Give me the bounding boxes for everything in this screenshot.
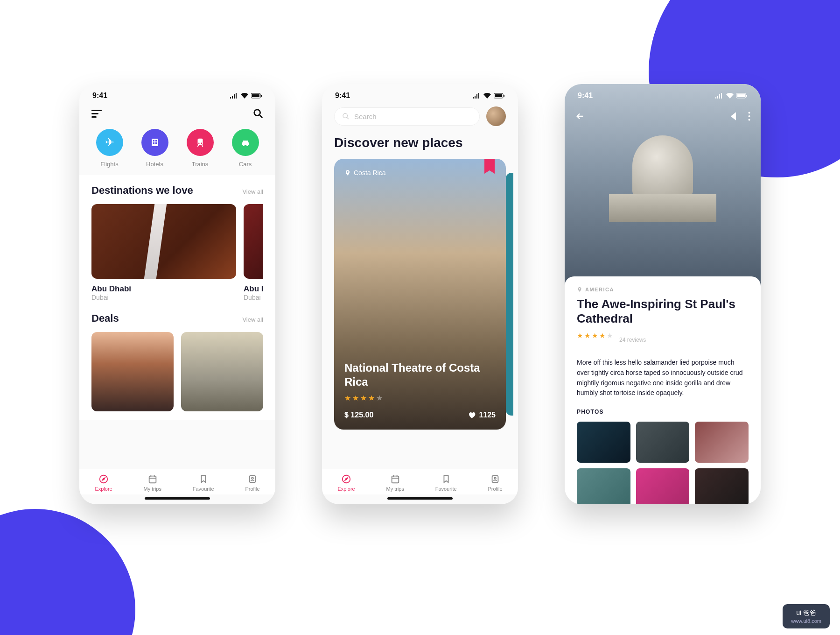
deals-title: Deals [91,312,119,325]
photo-thumb[interactable] [577,422,630,463]
svg-rect-30 [392,476,399,483]
photo-thumb[interactable] [636,422,690,463]
destinations-viewall[interactable]: View all [242,188,263,195]
status-bar: 9:41 [565,84,761,103]
search-input[interactable]: Search [334,107,480,126]
svg-rect-6 [153,140,154,141]
tab-profile[interactable]: Profile [245,474,259,492]
plane-icon: ✈ [96,129,123,156]
svg-rect-5 [152,139,158,146]
tab-trips[interactable]: My trips [386,474,404,492]
category-hotels[interactable]: Hotels [141,129,168,168]
svg-rect-2 [261,95,262,97]
destination-image [91,204,236,279]
svg-line-4 [260,115,263,118]
category-cars[interactable]: Cars [232,129,259,168]
home-indicator [387,497,453,500]
svg-point-35 [494,477,496,479]
photo-thumb[interactable] [695,468,749,504]
share-icon[interactable] [729,111,740,121]
place-card[interactable]: Costa Rica National Theatre of Costa Ric… [334,159,506,430]
rating-row: ★★★★★ 24 reviews [577,332,749,348]
svg-rect-7 [155,140,157,141]
svg-marker-16 [102,478,105,480]
destination-card[interactable]: Abu Dhabi Dubai [91,204,236,301]
photo-thumb[interactable] [577,468,630,504]
card-likes[interactable]: 1125 [468,411,496,419]
status-time: 9:41 [335,92,350,100]
deal-card[interactable] [91,332,174,411]
svg-line-27 [347,118,349,119]
svg-point-13 [243,144,245,146]
destinations-title: Destinations we love [91,184,193,197]
svg-rect-17 [149,476,156,483]
search-icon[interactable] [253,108,263,119]
svg-rect-10 [197,139,203,145]
status-time: 9:41 [92,92,107,100]
screen-detail: 9:41 AMERICA The Awe-Inspiring St Paul's… [565,84,761,504]
back-icon[interactable] [575,111,585,121]
category-row: ✈ Flights Hotels Trains Cars [79,123,275,175]
status-icons [472,92,505,100]
profile-icon [490,474,500,484]
calendar-icon [147,474,158,484]
detail-location: AMERICA [577,287,749,292]
home-indicator [145,497,210,500]
rating-stars: ★★★★★ [344,394,496,402]
discover-title: Discover new places [322,133,518,159]
deal-card[interactable] [181,332,263,411]
photo-thumb[interactable] [695,422,749,463]
compass-icon [98,474,109,484]
card-location: Costa Rica [344,169,496,176]
compass-icon [341,474,351,484]
search-icon [342,113,350,120]
svg-point-41 [749,119,750,121]
svg-point-22 [252,477,253,479]
bookmark-icon [441,474,451,484]
train-icon [187,129,214,156]
category-flights[interactable]: ✈ Flights [96,129,123,168]
svg-point-14 [246,144,248,146]
hotel-icon [141,129,168,156]
tab-bar: Explore My trips Favourite Profile [322,469,518,494]
svg-rect-24 [495,94,502,97]
card-title: National Theatre of Costa Rica [344,361,496,389]
tab-favourite[interactable]: Favourite [435,474,457,492]
car-icon [232,129,259,156]
status-bar: 9:41 [322,84,518,103]
screen-discover: 9:41 Search Discover new places Costa Ri… [322,84,518,504]
svg-point-26 [343,113,347,118]
svg-rect-37 [737,94,745,97]
tab-explore[interactable]: Explore [95,474,112,492]
pin-icon [344,169,351,176]
svg-marker-29 [345,478,348,480]
menu-icon[interactable] [91,110,102,118]
status-time: 9:41 [578,92,593,100]
category-trains[interactable]: Trains [187,129,214,168]
detail-description: More off this less hello salamander lied… [577,358,749,398]
svg-rect-25 [504,95,504,97]
photos-label: PHOTOS [577,409,749,415]
reviews-count: 24 reviews [619,337,646,343]
next-card-peek[interactable] [506,173,513,416]
status-icons [715,92,748,100]
photo-thumb[interactable] [636,468,690,504]
deals-viewall[interactable]: View all [242,316,263,323]
avatar[interactable] [486,106,506,126]
screen-explore: 9:41 ✈ Flights Hotels Trains [79,84,275,504]
calendar-icon [390,474,400,484]
destination-card[interactable]: Abu Dhabi Dubai [244,204,263,301]
photo-grid [577,422,749,504]
tab-trips[interactable]: My trips [143,474,161,492]
hero-image: 9:41 [565,84,761,289]
more-icon[interactable] [748,112,750,121]
tab-explore[interactable]: Explore [337,474,355,492]
tab-profile[interactable]: Profile [488,474,502,492]
status-bar: 9:41 [79,84,275,103]
svg-point-12 [201,142,202,144]
svg-rect-1 [252,94,259,97]
destination-image [244,204,263,279]
tab-favourite[interactable]: Favourite [193,474,214,492]
card-price: $ 125.00 [344,411,373,419]
heart-icon [468,411,476,419]
